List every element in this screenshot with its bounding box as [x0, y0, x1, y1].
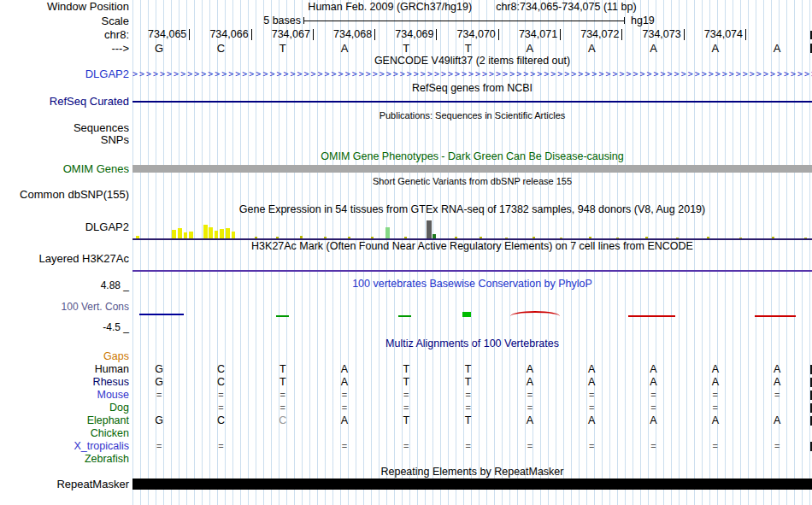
- alignment-cell: =: [375, 402, 437, 414]
- base-letter: T: [375, 42, 437, 55]
- gtex-graph[interactable]: [132, 216, 812, 240]
- refseq-header-row: RefSeq genes from NCBI: [0, 81, 812, 95]
- gaps-track-label[interactable]: Gaps: [0, 350, 132, 363]
- gtex-expression-bar: [220, 229, 224, 238]
- omim-track-row: OMIM Genes: [0, 163, 812, 175]
- refseq-track[interactable]: [132, 95, 812, 109]
- species-label[interactable]: Human: [0, 363, 132, 376]
- base-letter: A: [314, 42, 375, 55]
- gencode-track[interactable]: >>>>>>>>>>>>>>>>>>>>>>>>>>>>>>>>>>>>>>>>…: [132, 68, 812, 81]
- species-label[interactable]: Zebrafish: [0, 453, 132, 466]
- gencode-track-label[interactable]: DLGAP2: [0, 68, 132, 81]
- refseq-track-label[interactable]: RefSeq Curated: [0, 95, 132, 109]
- alignment-cell: =: [685, 389, 746, 402]
- base-letter: T: [252, 42, 314, 55]
- gtex-track-label[interactable]: DLGAP2: [0, 216, 132, 240]
- ruler-position-label: 734,070: [438, 29, 499, 40]
- dbsnp-track[interactable]: [132, 188, 812, 201]
- conservation-block: 4.88 _ 100 Vert. Cons -4.5 _ 100 vertebr…: [0, 273, 812, 338]
- gtex-expression-bar: [215, 231, 218, 238]
- gtex-expression-bar: [616, 238, 619, 238]
- alignment-cell: =: [622, 440, 684, 453]
- gtex-expression-bar: [589, 237, 591, 238]
- conservation-mark: [462, 312, 471, 317]
- alignment-cell: =: [128, 389, 190, 402]
- conservation-track-label[interactable]: 100 Vert. Cons: [62, 302, 129, 313]
- species-label[interactable]: Rhesus: [0, 376, 132, 389]
- omim-header-row: OMIM Gene Phenotypes - Dark Green Can Be…: [0, 150, 812, 163]
- gtex-expression-bar: [300, 236, 303, 238]
- gtex-expression-bar: [348, 237, 350, 238]
- sequence-track[interactable]: GCTATTAAAAA: [132, 42, 812, 55]
- repeat-track[interactable]: [132, 479, 812, 494]
- alignment-row-track[interactable]: =========: [132, 402, 812, 414]
- repeat-element-bar: [132, 479, 812, 490]
- alignment-cell: A: [622, 363, 684, 376]
- h3k27ac-track-label[interactable]: Layered H3K27Ac: [0, 253, 132, 273]
- alignment-cell: T: [252, 363, 314, 376]
- alignment-cell: =: [375, 440, 437, 453]
- gtex-expression-bar: [480, 237, 482, 238]
- gtex-expression-bar: [324, 237, 327, 238]
- snps-track[interactable]: [132, 134, 812, 146]
- species-label[interactable]: Chicken: [0, 427, 132, 440]
- species-label[interactable]: X_tropicalis: [0, 440, 132, 453]
- scale-row: Scale 5 bases hg19: [0, 14, 812, 28]
- alignment-cell: A: [685, 414, 746, 427]
- multiz-header: Multiz Alignments of 100 Vertebrates: [132, 338, 812, 350]
- base-letter: T: [438, 42, 499, 55]
- conservation-mark: [628, 315, 675, 317]
- alignment-row-track[interactable]: ==========: [132, 440, 812, 453]
- gtex-expression-bar: [172, 230, 176, 238]
- gaps-track[interactable]: [132, 350, 812, 363]
- alignment-cell: =: [685, 402, 746, 414]
- repeat-track-label[interactable]: RepeatMasker: [0, 479, 132, 494]
- gtex-expression-bar: [255, 237, 257, 238]
- ruler-track[interactable]: 734,065734,066734,067734,068734,069734,0…: [132, 28, 812, 42]
- alignment-cell: =: [561, 440, 622, 453]
- sequences-track-label[interactable]: Sequences: [0, 122, 132, 134]
- alignment-row-track[interactable]: [132, 427, 812, 440]
- alignment-cell: =: [128, 440, 190, 453]
- alignment-cell: =: [190, 440, 251, 453]
- alignment-cell: =: [252, 389, 314, 402]
- alignment-cell: =: [622, 389, 684, 402]
- alignment-row-track[interactable]: [132, 453, 812, 466]
- dbsnp-track-label[interactable]: Common dbSNP(155): [0, 188, 132, 201]
- conservation-max-value: 4.88 _: [101, 280, 129, 291]
- gtex-expression-bar: [676, 238, 679, 238]
- multiz-header-row: Multiz Alignments of 100 Vertebrates: [0, 338, 812, 350]
- sequences-track[interactable]: [132, 122, 812, 134]
- alignment-cell: A: [685, 376, 746, 389]
- alignment-cell: =: [438, 402, 499, 414]
- species-label[interactable]: Dog: [0, 402, 132, 414]
- h3k27ac-track-row: Layered H3K27Ac: [0, 253, 812, 273]
- omim-header: OMIM Gene Phenotypes - Dark Green Can Be…: [132, 150, 812, 163]
- base-letter: A: [499, 42, 561, 55]
- alignment-cell: A: [314, 376, 375, 389]
- alignment-cell: =: [746, 389, 808, 402]
- gtex-expression-bar: [136, 236, 139, 238]
- alignment-row-track[interactable]: GCTATTAAAAA: [132, 363, 812, 376]
- alignment-cell: =: [252, 402, 314, 414]
- species-label[interactable]: Mouse: [0, 389, 132, 402]
- gtex-expression-bar: [232, 232, 235, 238]
- alignment-row-track[interactable]: ===========: [132, 389, 812, 402]
- alignment-cell: A: [746, 363, 808, 376]
- omim-track-label[interactable]: OMIM Genes: [0, 163, 132, 175]
- gtex-expression-bar: [404, 237, 407, 238]
- omim-track[interactable]: [132, 163, 812, 175]
- gtex-expression-bar: [385, 227, 390, 238]
- alignment-row-track[interactable]: GCCATTAAAAA: [132, 414, 812, 427]
- gtex-expression-bar: [533, 237, 535, 238]
- species-label[interactable]: Elephant: [0, 414, 132, 427]
- alignment-cell: T: [375, 363, 437, 376]
- gtex-track-row: DLGAP2: [0, 216, 812, 240]
- conservation-graph[interactable]: 100 vertebrates Basewise Conservation by…: [132, 273, 812, 338]
- alignment-cell: A: [746, 376, 808, 389]
- gaps-row: Gaps: [0, 350, 812, 363]
- alignment-row-track[interactable]: GCTATTAAAAA: [132, 376, 812, 389]
- snps-track-label[interactable]: SNPs: [0, 134, 132, 146]
- strand-label: --->: [0, 42, 132, 55]
- h3k27ac-track[interactable]: [132, 253, 812, 273]
